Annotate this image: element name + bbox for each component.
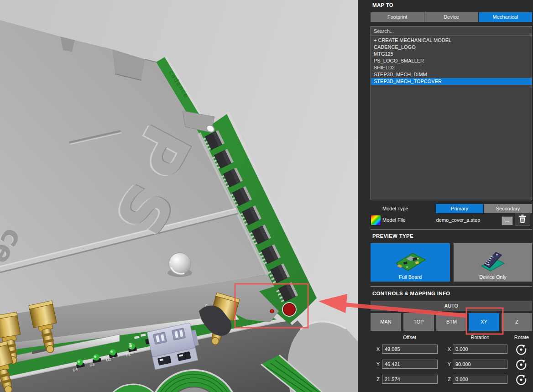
search-input[interactable]: Search... <box>371 26 532 36</box>
rotate-label: Rotate <box>512 335 531 340</box>
3d-viewport[interactable]: cadence P <box>0 0 358 392</box>
mapping-panel: MAP TO Footprint Device Mechanical Searc… <box>358 0 533 392</box>
rotate-y-button[interactable] <box>515 359 527 371</box>
rotation-x-field[interactable]: 0.000 <box>453 345 507 354</box>
list-item-shield2[interactable]: SHIELD2 <box>371 64 532 71</box>
list-item-mtg125[interactable]: MTG125 <box>371 51 532 57</box>
xy-button[interactable]: XY <box>469 313 499 331</box>
preview-full-board-button[interactable]: Full Board <box>371 243 450 282</box>
model-file-value: demo_cover_a.step <box>426 217 490 223</box>
model-type-primary-button[interactable]: Primary <box>436 204 483 213</box>
rotation-y-axis-label: Y <box>444 360 451 369</box>
browse-button[interactable]: ... <box>502 216 513 225</box>
rotate-x-button[interactable] <box>515 344 527 355</box>
rotation-x-axis-label: X <box>444 345 451 354</box>
controls-mapping-header: CONTROLS & MAPPING INFO <box>372 291 450 296</box>
offset-x-axis-label: X <box>373 345 380 354</box>
device-only-label: Device Only <box>479 274 506 280</box>
offset-y-axis-label: Y <box>373 360 380 369</box>
rotate-icon <box>515 344 527 355</box>
map-to-header: MAP TO <box>372 2 393 8</box>
map-to-tabs: Footprint Device Mechanical <box>371 12 532 22</box>
auto-button[interactable]: AUTO <box>371 301 532 311</box>
full-board-label: Full Board <box>399 274 422 280</box>
rotation-z-axis-label: Z <box>444 375 451 384</box>
offset-x-field[interactable]: 49.085 <box>382 345 438 354</box>
delete-model-button[interactable] <box>515 212 530 225</box>
mounting-hole-red <box>283 303 295 315</box>
rotation-y-field[interactable]: 90.000 <box>453 360 507 369</box>
3d-model-mapping-window: cadence P <box>0 0 533 392</box>
man-button[interactable]: MAN <box>371 313 401 331</box>
preview-device-only-button[interactable]: Device Only <box>454 243 532 282</box>
tab-mechanical[interactable]: Mechanical <box>479 12 532 22</box>
pcb-3d-scene: cadence P <box>0 0 358 392</box>
offset-y-field[interactable]: 46.421 <box>382 360 438 369</box>
tab-footprint[interactable]: Footprint <box>371 12 424 22</box>
btm-button[interactable]: BTM <box>436 313 467 331</box>
list-item-cadence-logo[interactable]: CADENCE_LOGO <box>371 44 532 51</box>
list-item-create-mechanical-model[interactable]: + CREATE MECHANICAL MODEL <box>371 37 532 44</box>
top-button[interactable]: TOP <box>403 313 434 331</box>
preview-type-header: PREVIEW TYPE <box>372 233 413 239</box>
rotation-label: Rotation <box>453 335 507 340</box>
model-file-label: Model File <box>382 217 406 223</box>
device-only-thumbnail-icon <box>475 250 511 273</box>
list-item-step3d-mech-topcover[interactable]: STEP3D_MECH_TOPCOVER <box>371 78 532 85</box>
list-item-step3d-mech-dimm[interactable]: STEP3D_MECH_DIMM <box>371 71 532 78</box>
list-item-ps-logo-smaller[interactable]: PS_LOGO_SMALLER <box>371 57 532 64</box>
rotation-z-field[interactable]: 0.000 <box>453 375 507 384</box>
trash-icon <box>518 214 527 223</box>
rotate-icon <box>515 374 527 386</box>
small-red-led <box>270 309 274 313</box>
mechanical-model-list: + CREATE MECHANICAL MODEL CADENCE_LOGO M… <box>371 36 532 85</box>
offset-z-axis-label: Z <box>373 375 380 384</box>
rotate-icon <box>515 359 527 371</box>
tab-device[interactable]: Device <box>424 12 478 22</box>
model-color-swatch[interactable] <box>371 215 381 225</box>
model-type-secondary-button[interactable]: Secondary <box>484 204 532 213</box>
offset-z-field[interactable]: 21.574 <box>382 375 438 384</box>
model-type-label: Model Type <box>382 206 408 211</box>
mechanical-model-listbox: Search... + CREATE MECHANICAL MODEL CADE… <box>371 26 532 200</box>
rotate-z-button[interactable] <box>515 374 527 386</box>
full-board-thumbnail-icon <box>392 250 428 273</box>
z-button[interactable]: Z <box>502 313 532 331</box>
offset-label: Offset <box>382 335 437 340</box>
